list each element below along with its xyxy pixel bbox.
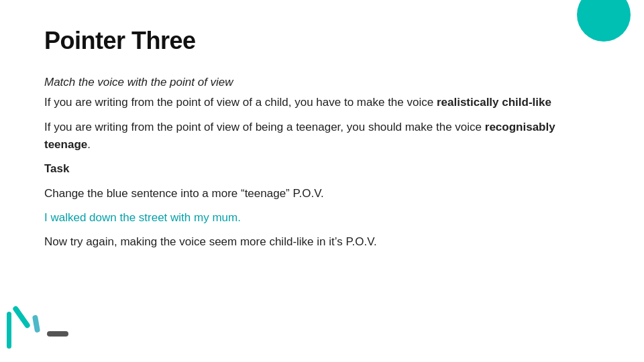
blue-sentence-line: I walked down the street with my mum. — [44, 209, 604, 227]
para2-plain: If you are writing from the point of vie… — [44, 121, 485, 133]
task-label-line: Task — [44, 160, 604, 178]
subtitle-line: Match the voice with the point of view — [44, 74, 604, 91]
deco-slash-2-icon — [32, 315, 40, 333]
para2-end: . — [87, 138, 91, 151]
paragraph-2: If you are writing from the point of vie… — [44, 119, 604, 154]
body-text: Match the voice with the point of view I… — [44, 74, 604, 251]
final-line: Now try again, making the voice seem mor… — [44, 233, 604, 251]
deco-bar-left-icon — [7, 312, 11, 349]
subtitle-text: Match the voice with the point of view — [44, 76, 233, 88]
deco-slash-1-icon — [12, 305, 31, 329]
final-line-text: Now try again, making the voice seem mor… — [44, 235, 377, 248]
page-title: Pointer Three — [44, 27, 604, 55]
task-label: Task — [44, 162, 70, 175]
main-content: Pointer Three Match the voice with the p… — [44, 27, 604, 258]
paragraph-1: If you are writing from the point of vie… — [44, 94, 604, 111]
deco-slash-3-icon — [47, 331, 68, 337]
para1-bold: realistically child-like — [437, 96, 551, 109]
slide: Pointer Three Match the voice with the p… — [0, 0, 644, 362]
task-desc-line: Change the blue sentence into a more “te… — [44, 185, 604, 202]
blue-sentence: I walked down the street with my mum. — [44, 211, 241, 224]
para1-plain: If you are writing from the point of vie… — [44, 96, 437, 109]
task-desc: Change the blue sentence into a more “te… — [44, 187, 324, 200]
